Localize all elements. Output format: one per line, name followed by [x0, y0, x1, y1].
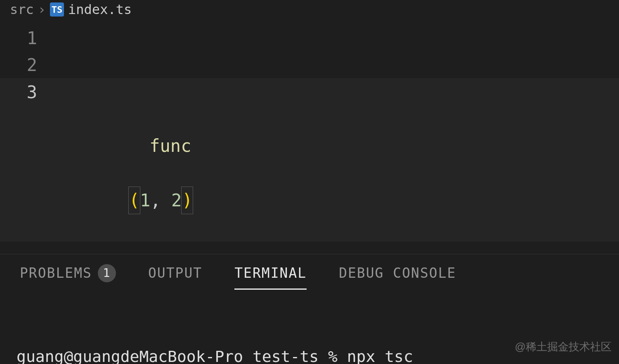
- breadcrumb-folder[interactable]: src: [10, 2, 34, 17]
- number-literal: 2: [171, 190, 182, 210]
- line-number: 2: [0, 52, 50, 78]
- tab-terminal-label: TERMINAL: [234, 265, 307, 281]
- line-number: 3: [0, 79, 50, 106]
- tab-problems[interactable]: PROBLEMS 1: [20, 264, 116, 291]
- line-content: func (1, 2): [50, 79, 193, 241]
- tab-terminal[interactable]: TERMINAL: [234, 265, 307, 290]
- problems-count-badge: 1: [98, 264, 116, 282]
- chevron-right-icon: ›: [38, 2, 46, 17]
- tab-debug-console-label: DEBUG CONSOLE: [339, 265, 456, 281]
- tab-output-label: OUTPUT: [148, 265, 202, 281]
- comma: ,: [150, 190, 171, 210]
- terminal-command: npx tsc: [347, 347, 413, 364]
- breadcrumb: src › TS index.ts: [0, 0, 619, 21]
- paren-open: (: [128, 187, 140, 214]
- watermark: @稀土掘金技术社区: [515, 340, 612, 354]
- tab-debug-console[interactable]: DEBUG CONSOLE: [339, 265, 456, 290]
- code-editor[interactable]: 1 2 3 func (1, 2): [0, 21, 619, 254]
- code-line: 2: [0, 52, 619, 78]
- line-number: 1: [0, 25, 50, 52]
- panel-tabs: PROBLEMS 1 OUTPUT TERMINAL DEBUG CONSOLE: [0, 254, 619, 291]
- number-literal: 1: [140, 190, 150, 210]
- breadcrumb-file[interactable]: index.ts: [68, 2, 132, 17]
- code-line: 1: [0, 25, 619, 52]
- paren-close: ): [181, 187, 193, 214]
- typescript-file-icon: TS: [50, 2, 64, 17]
- tab-problems-label: PROBLEMS: [20, 265, 92, 281]
- terminal-prompt: guang@guangdeMacBook-Pro test-ts %: [17, 347, 347, 364]
- code-line-active: 3 func (1, 2): [0, 78, 619, 241]
- tab-output[interactable]: OUTPUT: [148, 265, 202, 290]
